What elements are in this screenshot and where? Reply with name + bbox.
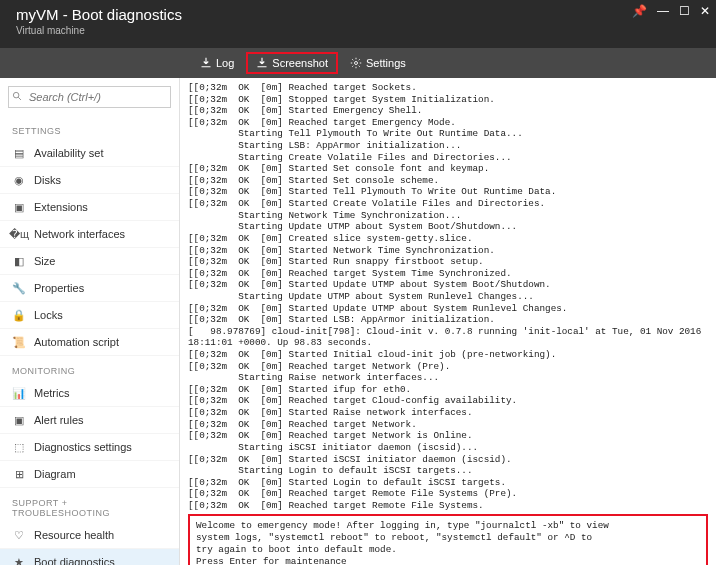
emergency-text: Welcome to emergency mode! After logging… <box>196 520 700 565</box>
minimize-icon[interactable]: ― <box>657 4 669 18</box>
sidebar-item-boot-diagnostics[interactable]: ★Boot diagnostics <box>0 549 179 565</box>
sidebar-item-label: Diagnostics settings <box>34 441 132 453</box>
settings-button[interactable]: Settings <box>340 52 416 74</box>
sidebar-item-label: Metrics <box>34 387 69 399</box>
pin-icon[interactable]: 📌 <box>632 4 647 18</box>
sidebar-item-label: Size <box>34 255 55 267</box>
section-header: SETTINGS <box>0 116 179 140</box>
nav-icon: ▣ <box>12 200 26 214</box>
svg-point-1 <box>13 92 19 98</box>
sidebar-item-label: Alert rules <box>34 414 84 426</box>
nav-icon: ⬚ <box>12 440 26 454</box>
sidebar-item-label: Boot diagnostics <box>34 556 115 565</box>
svg-line-2 <box>18 97 21 100</box>
section-header: MONITORING <box>0 356 179 380</box>
sidebar: SETTINGS▤Availability set◉Disks▣Extensio… <box>0 78 180 565</box>
close-icon[interactable]: ✕ <box>700 4 710 18</box>
sidebar-item-automation-script[interactable]: 📜Automation script <box>0 329 179 356</box>
sidebar-item-locks[interactable]: 🔒Locks <box>0 302 179 329</box>
sidebar-item-label: Network interfaces <box>34 228 125 240</box>
console-output: [[0;32m OK [0m] Reached target Sockets. … <box>180 78 716 565</box>
sidebar-item-properties[interactable]: 🔧Properties <box>0 275 179 302</box>
sidebar-item-label: Availability set <box>34 147 104 159</box>
boot-log-text: [[0;32m OK [0m] Reached target Sockets. … <box>188 82 708 512</box>
download-icon <box>200 57 212 69</box>
sidebar-item-size[interactable]: ◧Size <box>0 248 179 275</box>
toolbar: Log Screenshot Settings <box>0 48 716 78</box>
search-box <box>8 86 171 108</box>
sidebar-item-label: Locks <box>34 309 63 321</box>
search-input[interactable] <box>8 86 171 108</box>
sidebar-item-metrics[interactable]: 📊Metrics <box>0 380 179 407</box>
sidebar-item-resource-health[interactable]: ♡Resource health <box>0 522 179 549</box>
nav-icon: 🔧 <box>12 281 26 295</box>
nav-icon: ◉ <box>12 173 26 187</box>
nav-icon: ♡ <box>12 528 26 542</box>
nav-icon: ▤ <box>12 146 26 160</box>
titlebar: myVM - Boot diagnostics Virtual machine … <box>0 0 716 48</box>
sidebar-item-disks[interactable]: ◉Disks <box>0 167 179 194</box>
sidebar-item-label: Properties <box>34 282 84 294</box>
sidebar-item-diagnostics-settings[interactable]: ⬚Diagnostics settings <box>0 434 179 461</box>
nav-icon: ⊞ <box>12 467 26 481</box>
sidebar-item-diagram[interactable]: ⊞Diagram <box>0 461 179 488</box>
svg-point-0 <box>355 62 358 65</box>
download-icon <box>256 57 268 69</box>
maximize-icon[interactable]: ☐ <box>679 4 690 18</box>
log-label: Log <box>216 57 234 69</box>
window-title: myVM - Boot diagnostics <box>16 6 182 23</box>
nav-icon: ◧ <box>12 254 26 268</box>
nav-icon: 📊 <box>12 386 26 400</box>
sidebar-item-alert-rules[interactable]: ▣Alert rules <box>0 407 179 434</box>
sidebar-item-label: Resource health <box>34 529 114 541</box>
sidebar-item-network-interfaces[interactable]: �щNetwork interfaces <box>0 221 179 248</box>
search-icon <box>12 91 23 102</box>
nav-icon: ★ <box>12 555 26 565</box>
gear-icon <box>350 57 362 69</box>
screenshot-button[interactable]: Screenshot <box>246 52 338 74</box>
nav-icon: �щ <box>12 227 26 241</box>
sidebar-item-label: Automation script <box>34 336 119 348</box>
nav-icon: 📜 <box>12 335 26 349</box>
emergency-message-box: Welcome to emergency mode! After logging… <box>188 514 708 565</box>
nav-icon: ▣ <box>12 413 26 427</box>
screenshot-label: Screenshot <box>272 57 328 69</box>
sidebar-item-availability-set[interactable]: ▤Availability set <box>0 140 179 167</box>
sidebar-item-label: Extensions <box>34 201 88 213</box>
sidebar-item-label: Disks <box>34 174 61 186</box>
window-subtitle: Virtual machine <box>16 25 182 36</box>
sidebar-item-label: Diagram <box>34 468 76 480</box>
settings-label: Settings <box>366 57 406 69</box>
sidebar-item-extensions[interactable]: ▣Extensions <box>0 194 179 221</box>
section-header: SUPPORT + TROUBLESHOOTING <box>0 488 179 522</box>
nav-icon: 🔒 <box>12 308 26 322</box>
log-button[interactable]: Log <box>190 52 244 74</box>
